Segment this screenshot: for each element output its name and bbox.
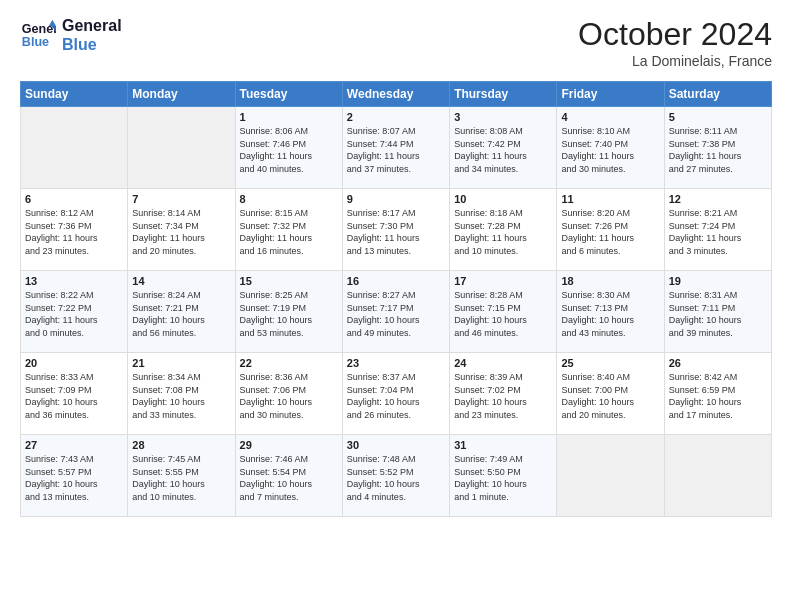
day-number: 18	[561, 275, 659, 287]
calendar-cell: 7Sunrise: 8:14 AM Sunset: 7:34 PM Daylig…	[128, 189, 235, 271]
cell-info: Sunrise: 8:40 AM Sunset: 7:00 PM Dayligh…	[561, 371, 659, 421]
day-number: 4	[561, 111, 659, 123]
cell-info: Sunrise: 8:39 AM Sunset: 7:02 PM Dayligh…	[454, 371, 552, 421]
calendar-cell: 5Sunrise: 8:11 AM Sunset: 7:38 PM Daylig…	[664, 107, 771, 189]
cell-info: Sunrise: 8:21 AM Sunset: 7:24 PM Dayligh…	[669, 207, 767, 257]
day-number: 14	[132, 275, 230, 287]
title-block: October 2024 La Dominelais, France	[578, 16, 772, 69]
cell-info: Sunrise: 8:18 AM Sunset: 7:28 PM Dayligh…	[454, 207, 552, 257]
calendar-cell: 9Sunrise: 8:17 AM Sunset: 7:30 PM Daylig…	[342, 189, 449, 271]
cell-info: Sunrise: 7:46 AM Sunset: 5:54 PM Dayligh…	[240, 453, 338, 503]
calendar-cell: 6Sunrise: 8:12 AM Sunset: 7:36 PM Daylig…	[21, 189, 128, 271]
calendar-cell: 2Sunrise: 8:07 AM Sunset: 7:44 PM Daylig…	[342, 107, 449, 189]
calendar-cell: 13Sunrise: 8:22 AM Sunset: 7:22 PM Dayli…	[21, 271, 128, 353]
calendar-cell: 8Sunrise: 8:15 AM Sunset: 7:32 PM Daylig…	[235, 189, 342, 271]
day-number: 23	[347, 357, 445, 369]
week-row-4: 20Sunrise: 8:33 AM Sunset: 7:09 PM Dayli…	[21, 353, 772, 435]
cell-info: Sunrise: 8:06 AM Sunset: 7:46 PM Dayligh…	[240, 125, 338, 175]
month-title: October 2024	[578, 16, 772, 53]
cell-info: Sunrise: 8:20 AM Sunset: 7:26 PM Dayligh…	[561, 207, 659, 257]
day-number: 25	[561, 357, 659, 369]
day-number: 26	[669, 357, 767, 369]
day-number: 2	[347, 111, 445, 123]
cell-info: Sunrise: 8:22 AM Sunset: 7:22 PM Dayligh…	[25, 289, 123, 339]
calendar-table: SundayMondayTuesdayWednesdayThursdayFrid…	[20, 81, 772, 517]
cell-info: Sunrise: 8:07 AM Sunset: 7:44 PM Dayligh…	[347, 125, 445, 175]
day-number: 12	[669, 193, 767, 205]
calendar-cell: 3Sunrise: 8:08 AM Sunset: 7:42 PM Daylig…	[450, 107, 557, 189]
day-header-saturday: Saturday	[664, 82, 771, 107]
header-row: SundayMondayTuesdayWednesdayThursdayFrid…	[21, 82, 772, 107]
logo-icon: General Blue	[20, 17, 56, 53]
day-header-tuesday: Tuesday	[235, 82, 342, 107]
calendar-cell: 30Sunrise: 7:48 AM Sunset: 5:52 PM Dayli…	[342, 435, 449, 517]
cell-info: Sunrise: 8:30 AM Sunset: 7:13 PM Dayligh…	[561, 289, 659, 339]
cell-info: Sunrise: 8:25 AM Sunset: 7:19 PM Dayligh…	[240, 289, 338, 339]
calendar-cell	[557, 435, 664, 517]
week-row-5: 27Sunrise: 7:43 AM Sunset: 5:57 PM Dayli…	[21, 435, 772, 517]
day-number: 16	[347, 275, 445, 287]
day-number: 1	[240, 111, 338, 123]
day-number: 11	[561, 193, 659, 205]
calendar-cell: 31Sunrise: 7:49 AM Sunset: 5:50 PM Dayli…	[450, 435, 557, 517]
logo: General Blue General Blue	[20, 16, 122, 54]
day-number: 30	[347, 439, 445, 451]
calendar-cell: 18Sunrise: 8:30 AM Sunset: 7:13 PM Dayli…	[557, 271, 664, 353]
day-number: 7	[132, 193, 230, 205]
page-header: General Blue General Blue October 2024 L…	[20, 16, 772, 69]
day-number: 20	[25, 357, 123, 369]
day-number: 15	[240, 275, 338, 287]
cell-info: Sunrise: 8:36 AM Sunset: 7:06 PM Dayligh…	[240, 371, 338, 421]
day-number: 21	[132, 357, 230, 369]
cell-info: Sunrise: 8:10 AM Sunset: 7:40 PM Dayligh…	[561, 125, 659, 175]
calendar-cell: 28Sunrise: 7:45 AM Sunset: 5:55 PM Dayli…	[128, 435, 235, 517]
calendar-cell: 1Sunrise: 8:06 AM Sunset: 7:46 PM Daylig…	[235, 107, 342, 189]
calendar-cell: 21Sunrise: 8:34 AM Sunset: 7:08 PM Dayli…	[128, 353, 235, 435]
calendar-cell: 23Sunrise: 8:37 AM Sunset: 7:04 PM Dayli…	[342, 353, 449, 435]
week-row-2: 6Sunrise: 8:12 AM Sunset: 7:36 PM Daylig…	[21, 189, 772, 271]
logo-line2: Blue	[62, 35, 122, 54]
day-header-thursday: Thursday	[450, 82, 557, 107]
day-number: 24	[454, 357, 552, 369]
day-number: 17	[454, 275, 552, 287]
cell-info: Sunrise: 7:49 AM Sunset: 5:50 PM Dayligh…	[454, 453, 552, 503]
day-number: 31	[454, 439, 552, 451]
cell-info: Sunrise: 8:14 AM Sunset: 7:34 PM Dayligh…	[132, 207, 230, 257]
calendar-cell: 20Sunrise: 8:33 AM Sunset: 7:09 PM Dayli…	[21, 353, 128, 435]
week-row-1: 1Sunrise: 8:06 AM Sunset: 7:46 PM Daylig…	[21, 107, 772, 189]
calendar-header: SundayMondayTuesdayWednesdayThursdayFrid…	[21, 82, 772, 107]
calendar-cell: 11Sunrise: 8:20 AM Sunset: 7:26 PM Dayli…	[557, 189, 664, 271]
calendar-cell: 14Sunrise: 8:24 AM Sunset: 7:21 PM Dayli…	[128, 271, 235, 353]
cell-info: Sunrise: 8:08 AM Sunset: 7:42 PM Dayligh…	[454, 125, 552, 175]
calendar-cell: 4Sunrise: 8:10 AM Sunset: 7:40 PM Daylig…	[557, 107, 664, 189]
day-number: 27	[25, 439, 123, 451]
cell-info: Sunrise: 7:43 AM Sunset: 5:57 PM Dayligh…	[25, 453, 123, 503]
svg-text:Blue: Blue	[22, 35, 49, 49]
cell-info: Sunrise: 8:28 AM Sunset: 7:15 PM Dayligh…	[454, 289, 552, 339]
cell-info: Sunrise: 7:48 AM Sunset: 5:52 PM Dayligh…	[347, 453, 445, 503]
day-number: 29	[240, 439, 338, 451]
week-row-3: 13Sunrise: 8:22 AM Sunset: 7:22 PM Dayli…	[21, 271, 772, 353]
cell-info: Sunrise: 8:33 AM Sunset: 7:09 PM Dayligh…	[25, 371, 123, 421]
calendar-cell	[128, 107, 235, 189]
day-header-wednesday: Wednesday	[342, 82, 449, 107]
calendar-cell	[664, 435, 771, 517]
location: La Dominelais, France	[578, 53, 772, 69]
calendar-cell: 27Sunrise: 7:43 AM Sunset: 5:57 PM Dayli…	[21, 435, 128, 517]
cell-info: Sunrise: 8:42 AM Sunset: 6:59 PM Dayligh…	[669, 371, 767, 421]
calendar-cell: 19Sunrise: 8:31 AM Sunset: 7:11 PM Dayli…	[664, 271, 771, 353]
calendar-cell: 25Sunrise: 8:40 AM Sunset: 7:00 PM Dayli…	[557, 353, 664, 435]
day-number: 9	[347, 193, 445, 205]
calendar-cell: 17Sunrise: 8:28 AM Sunset: 7:15 PM Dayli…	[450, 271, 557, 353]
calendar-cell: 22Sunrise: 8:36 AM Sunset: 7:06 PM Dayli…	[235, 353, 342, 435]
day-header-monday: Monday	[128, 82, 235, 107]
calendar-cell: 12Sunrise: 8:21 AM Sunset: 7:24 PM Dayli…	[664, 189, 771, 271]
day-number: 13	[25, 275, 123, 287]
cell-info: Sunrise: 8:24 AM Sunset: 7:21 PM Dayligh…	[132, 289, 230, 339]
cell-info: Sunrise: 8:37 AM Sunset: 7:04 PM Dayligh…	[347, 371, 445, 421]
day-header-friday: Friday	[557, 82, 664, 107]
calendar-cell: 10Sunrise: 8:18 AM Sunset: 7:28 PM Dayli…	[450, 189, 557, 271]
calendar-cell: 24Sunrise: 8:39 AM Sunset: 7:02 PM Dayli…	[450, 353, 557, 435]
day-number: 10	[454, 193, 552, 205]
calendar-cell	[21, 107, 128, 189]
